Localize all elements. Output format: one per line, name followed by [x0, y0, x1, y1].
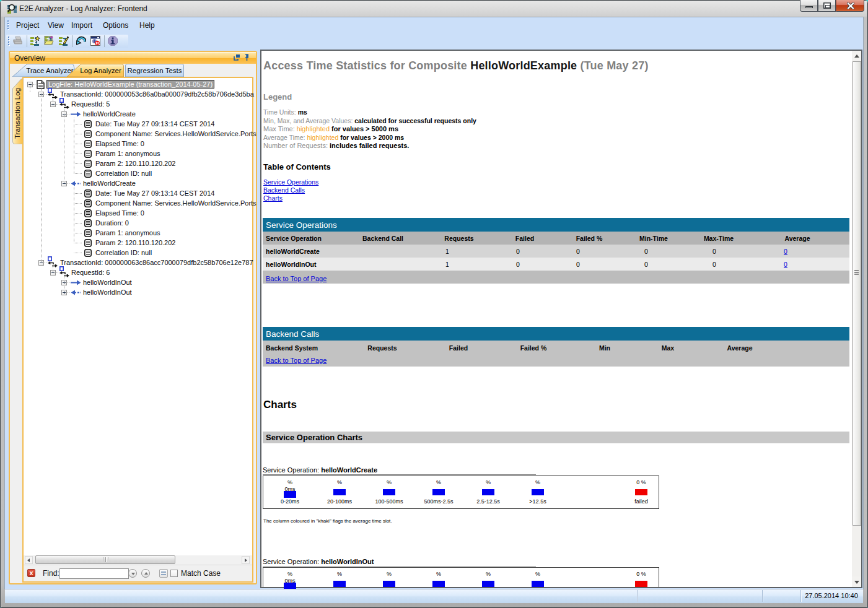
- svg-text:Transaction Log: Transaction Log: [14, 88, 21, 139]
- svg-text:Trace Analyzer: Trace Analyzer: [26, 67, 73, 74]
- svg-text:Regression Tests: Regression Tests: [128, 67, 182, 74]
- svg-text:Log Analyzer: Log Analyzer: [80, 67, 121, 74]
- svg-text:i: i: [94, 38, 95, 44]
